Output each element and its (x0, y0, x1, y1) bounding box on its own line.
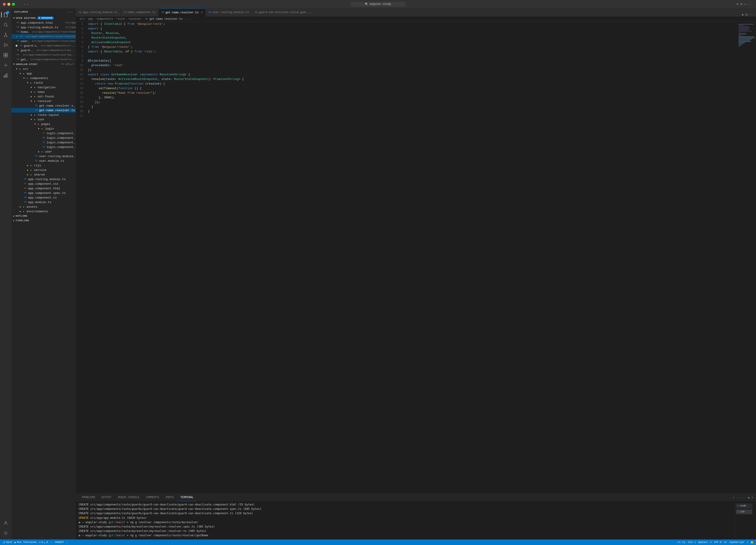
status-eol[interactable]: LF (724, 541, 727, 544)
folder-components[interactable]: ▶ ▸ components (11, 76, 76, 80)
process-zsh[interactable]: ⬡ zsh (736, 509, 752, 514)
open-file-user-routing[interactable]: TS user-routing.module.ts src/app/compon… (11, 39, 76, 43)
outline-section[interactable]: ▶ OUTLINE (11, 214, 76, 218)
close-button[interactable] (3, 3, 6, 6)
folder-navigation[interactable]: ▶ ▸ navigation (11, 85, 76, 90)
open-file-login-html[interactable]: <> login.component.html src/app/componen… (11, 53, 76, 57)
file-app-ts[interactable]: TS app.component.ts (11, 195, 76, 200)
folder-environments[interactable]: ▶ ▸ environments (11, 209, 76, 214)
status-branch[interactable]: ⎇ main (2, 541, 12, 544)
file-login-html[interactable]: <> login.component.html (11, 136, 76, 140)
tab-close-icon[interactable]: ✕ (201, 11, 203, 14)
process-node[interactable]: ⬡ node (736, 503, 752, 508)
tab-home-component[interactable]: TS home.component.ts (120, 8, 158, 17)
status-feedback[interactable]: ☺ (747, 541, 748, 544)
folder-user[interactable]: ▶ ▸ user (11, 117, 76, 122)
status-errors[interactable]: ✕ 0 △ 0 (39, 541, 48, 544)
status-run-tests[interactable]: ▶ Run Testcases (14, 541, 37, 544)
tab-get-name-resolver[interactable]: TS get-name.resolver.ts ✕ (159, 8, 206, 17)
maximize-button[interactable] (12, 3, 15, 6)
file-get-name-spec[interactable]: TS get-name.resolver.spec.ts (11, 103, 76, 108)
open-editors-section[interactable]: ▶ OPEN EDITORS 2 unsaved (11, 16, 76, 20)
activity-account[interactable] (1, 518, 10, 528)
open-file-app-component-html[interactable]: <> app.component.html src/app (11, 20, 76, 25)
activity-run[interactable] (1, 40, 10, 50)
file-app-html[interactable]: <> app.component.html (11, 186, 76, 191)
project-section-header[interactable]: ▶ ANGULAR-STUDY +⎓ +⎕ ↻ ≡ (11, 62, 76, 67)
activity-extensions[interactable] (1, 51, 10, 60)
file-login-spec[interactable]: TS login.component.spec.ts (11, 140, 76, 145)
tab-debug-console[interactable]: DEBUG CONSOLE (115, 494, 143, 501)
code-editor[interactable]: 1 import { Injectable } from '@angular/c… (76, 22, 738, 494)
file-login-css[interactable]: # login.component.css (11, 131, 76, 136)
status-notification[interactable]: 🔔 (750, 541, 754, 544)
activity-settings[interactable] (1, 528, 10, 538)
tab-guard[interactable]: TS guard-can-activate-child.guar... (252, 8, 315, 17)
back-button[interactable]: ‹ (24, 2, 25, 6)
layout-icon[interactable]: ⊞ (737, 2, 739, 6)
tab-output[interactable]: OUTPUT (98, 494, 115, 501)
folder-rxjs[interactable]: ▶ ▸ rxjs (11, 163, 76, 168)
add-terminal-icon[interactable]: ＋ (732, 495, 735, 499)
folder-not-found[interactable]: ▶ ▸ not-found (11, 94, 76, 99)
more-icon[interactable]: ··· (748, 3, 753, 6)
activity-explorer[interactable]: 2 (1, 10, 10, 19)
collapse-icon[interactable]: ≡ (72, 63, 74, 66)
open-file-get-name-spec[interactable]: TS get-name.resolver.spec.ts src/app/com… (11, 57, 76, 62)
tab-terminal[interactable]: TERMINAL (177, 494, 197, 501)
split-icon[interactable]: ⧉ (740, 3, 742, 6)
file-login-ts[interactable]: TS login.component.ts (11, 145, 76, 149)
folder-src[interactable]: ▶ ▸ src (11, 67, 76, 71)
open-file-guard-activate[interactable]: TS guard-can-activate-child.guard.ts src… (11, 43, 76, 48)
new-file-icon[interactable]: +⎓ (61, 63, 65, 66)
terminal-main[interactable]: CREATE src/app/components/route/guards/g… (79, 502, 733, 538)
folder-route[interactable]: ▶ ▸ route (11, 80, 76, 85)
folder-pages[interactable]: ▶ ▸ pages (11, 122, 76, 126)
file-get-name-resolver[interactable]: TS get-name.resolver.ts (11, 108, 76, 113)
timeline-section[interactable]: ▶ TIMELINE (11, 218, 76, 223)
folder-resolver[interactable]: ▶ ▸ resolver (11, 99, 76, 103)
activity-search[interactable] (1, 20, 10, 29)
file-user-module[interactable]: TS user.module.ts (11, 159, 76, 163)
tab-user-routing[interactable]: TS user-routing.module.ts (206, 8, 252, 17)
split-terminal-icon[interactable]: ⌵ (737, 496, 739, 499)
folder-assets[interactable]: ▶ ▸ assets (11, 205, 76, 209)
folder-service[interactable]: ▶ ▸ service (11, 168, 76, 172)
folder-shared[interactable]: ▶ ▸ shared (11, 172, 76, 177)
kill-terminal-icon[interactable]: ··· (741, 496, 746, 499)
file-app-module[interactable]: TS app.module.ts (11, 200, 76, 205)
folder-login[interactable]: ▶ ▸ login (11, 126, 76, 131)
open-file-guard-deactivate[interactable]: TS guard-can-deactivate.guard.ts src/app… (11, 48, 76, 53)
maximize-panel-icon[interactable]: ▲ (748, 496, 750, 499)
more-tab-icon[interactable]: ··· (749, 13, 754, 17)
status-spaces[interactable]: Spaces: 2 (698, 541, 712, 544)
open-file-app-routing[interactable]: TS app-routing.module.ts src/app (11, 25, 76, 30)
close-panel-icon[interactable]: ✕ (751, 496, 753, 499)
file-app-spec[interactable]: TS app.component.spec.ts (11, 191, 76, 195)
refresh-icon[interactable]: ↻ (70, 63, 71, 66)
folder-news[interactable]: ▶ ▸ news (11, 90, 76, 94)
new-folder-icon[interactable]: +⎕ (66, 63, 69, 66)
search-bar[interactable]: 🔍 angular-study (350, 2, 406, 7)
activity-source-control[interactable] (1, 30, 10, 40)
activity-remote[interactable] (1, 61, 10, 70)
tab-ports[interactable]: PORTS (162, 494, 177, 501)
activity-chart[interactable] (1, 71, 10, 80)
open-file-home-component[interactable]: TS home.component.ts src/app/components/… (11, 30, 76, 34)
run-icon[interactable]: ▶ (742, 13, 744, 17)
tab-problems[interactable]: PROBLEMS (79, 494, 98, 501)
file-app-routing[interactable]: TS app-routing.module.ts (11, 177, 76, 182)
status-language[interactable]: TypeScript (729, 541, 744, 544)
minimize-button[interactable] (7, 3, 10, 6)
more-options-icon[interactable]: ··· (67, 10, 73, 14)
folder-user-inner[interactable]: ▶ ▸ user (11, 149, 76, 154)
file-app-css[interactable]: # app.component.css (11, 182, 76, 186)
status-position[interactable]: Ln 21, Col 1 (678, 541, 696, 544)
open-file-get-name-resolver[interactable]: ✕ TS get-name.resolver.ts src/app/compon… (11, 34, 76, 39)
terminal-icon[interactable]: ▭ (744, 2, 746, 6)
file-user-routing[interactable]: TS user-routing.module.ts (11, 154, 76, 159)
status-encoding[interactable]: UTF-8 (714, 541, 722, 544)
tab-app-routing[interactable]: TS app-routing.module.ts (76, 8, 120, 17)
forward-button[interactable]: › (27, 2, 28, 6)
folder-route-layout[interactable]: ▶ ▸ route-layout (11, 113, 76, 117)
